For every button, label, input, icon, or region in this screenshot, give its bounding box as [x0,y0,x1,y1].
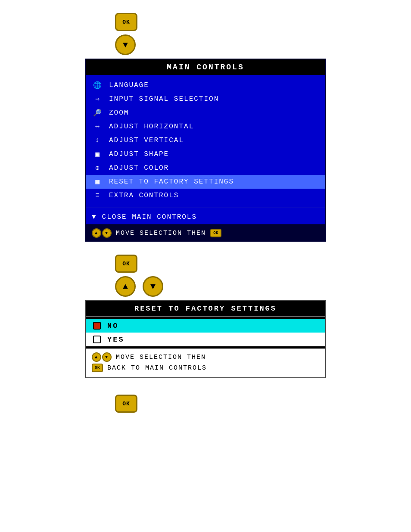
footer-ok-icon: OK [210,229,221,237]
section3-ok: OK [85,395,326,413]
reset-submenu-title: RESET TO FACTORY SETTINGS [86,301,325,317]
menu-item-reset[interactable]: ▦ RESET TO FACTORY SETTINGS [86,175,325,189]
radio-filled-icon [93,322,101,330]
menu-item-zoom[interactable]: 🔎 ZOOM [86,106,325,120]
footer-down-icon: ▼ [102,228,112,238]
footer-move-text: MOVE SELECTION THEN [116,230,206,237]
shape-icon: ▣ [92,149,104,159]
menu-item-language[interactable]: 🌐 LANGUAGE [86,78,325,92]
main-menu-footer: ▲ ▼ MOVE SELECTION THEN OK [86,224,325,241]
no-label: NO [107,322,118,330]
reset-submenu-items: NO YES [86,317,325,348]
color-label: ADJUST COLOR [109,164,169,172]
submenu-item-no[interactable]: NO [86,319,325,333]
footer2-back-text: BACK TO MAIN CONTROLS [107,364,207,372]
input-label: INPUT SIGNAL SELECTION [109,95,219,103]
color-icon: ⊙ [92,163,104,173]
section2-arrows: ▲ ▼ [85,276,326,297]
yes-icon [92,335,102,344]
main-controls-panel: MAIN CONTROLS 🌐 LANGUAGE ⇒ INPUT SIGNAL … [85,59,326,242]
reset-submenu-footer: ▲ ▼ MOVE SELECTION THEN OK BACK TO MAIN … [86,348,325,377]
reset-submenu-panel: RESET TO FACTORY SETTINGS NO YES ▲ ▼ MOV… [85,300,326,378]
footer2-up-icon: ▲ [92,352,101,362]
section1-buttons: OK [85,13,326,31]
footer2-down-icon: ▼ [102,352,112,362]
menu-item-extra[interactable]: ≡ EXTRA CONTROLS [86,189,325,202]
horiz-label: ADJUST HORIZONTAL [109,123,194,131]
reset-label: RESET TO FACTORY SETTINGS [109,178,234,186]
arrow-down-button-mid[interactable]: ▼ [143,276,163,297]
footer2-move-text: MOVE SELECTION THEN [116,354,206,361]
zoom-icon: 🔎 [92,108,104,118]
extra-label: EXTRA CONTROLS [109,192,179,199]
main-controls-title: MAIN CONTROLS [86,59,325,75]
menu-item-input[interactable]: ⇒ INPUT SIGNAL SELECTION [86,92,325,106]
footer-up-icon: ▲ [92,228,101,238]
arrow-up-button-mid[interactable]: ▲ [115,276,136,297]
main-menu-items: 🌐 LANGUAGE ⇒ INPUT SIGNAL SELECTION 🔎 ZO… [86,75,325,206]
menu-item-vert[interactable]: ↕ ADJUST VERTICAL [86,134,325,147]
radio-empty-icon [93,336,101,343]
close-arrow-icon: ▼ [92,213,97,221]
arrow-down-button-top[interactable]: ▼ [115,34,136,55]
footer2-nav-icons: ▲ ▼ [92,352,112,362]
section2-ok: OK [85,255,326,273]
submenu-item-yes[interactable]: YES [86,333,325,346]
footer2-ok-icon: OK [92,364,103,372]
horiz-icon: ↔ [92,122,104,131]
input-icon: ⇒ [92,94,104,104]
menu-item-color[interactable]: ⊙ ADJUST COLOR [86,161,325,175]
footer-nav-icons: ▲ ▼ [92,228,112,238]
ok-button-top[interactable]: OK [115,13,137,31]
reset-icon: ▦ [92,177,104,187]
no-icon [92,321,102,330]
vert-icon: ↕ [92,136,104,145]
language-icon: 🌐 [92,81,104,90]
zoom-label: ZOOM [109,109,129,117]
vert-label: ADJUST VERTICAL [109,137,184,144]
close-main-controls[interactable]: ▼ CLOSE MAIN CONTROLS [86,210,325,224]
menu-item-horiz[interactable]: ↔ ADJUST HORIZONTAL [86,120,325,134]
yes-label: YES [107,336,125,344]
extra-icon: ≡ [92,191,104,200]
close-label: CLOSE MAIN CONTROLS [102,213,197,221]
footer-line2: OK BACK TO MAIN CONTROLS [92,364,319,372]
section1-arrows: ▼ [85,34,326,55]
shape-label: ADJUST SHAPE [109,150,169,158]
menu-divider [86,208,325,208]
footer-line1: ▲ ▼ MOVE SELECTION THEN [92,352,319,362]
ok-button-mid[interactable]: OK [115,255,137,273]
ok-button-bottom[interactable]: OK [115,395,137,413]
language-label: LANGUAGE [109,81,149,89]
menu-item-shape[interactable]: ▣ ADJUST SHAPE [86,147,325,161]
